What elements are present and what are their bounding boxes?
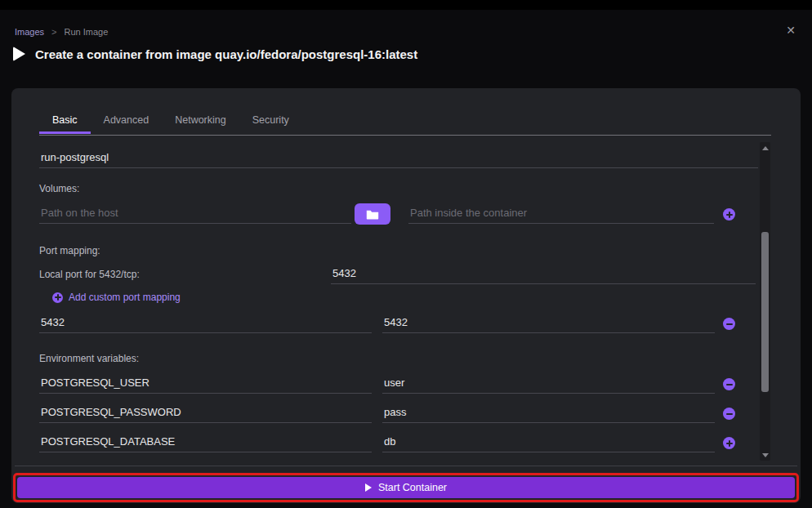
footer-divider [15,466,797,466]
env-name-input[interactable] [39,431,372,452]
port-mapping-label: Port mapping: [39,245,100,256]
close-icon[interactable]: ✕ [786,25,796,36]
scroll-up-icon[interactable] [760,142,770,154]
env-value-input[interactable] [382,402,715,423]
tab-basic[interactable]: Basic [39,111,91,134]
breadcrumb-separator: > [51,27,56,37]
remove-env-row-icon[interactable] [723,378,735,390]
add-env-row-icon[interactable] [723,437,735,449]
run-image-form-panel: Basic Advanced Networking Security Volum… [11,88,801,503]
play-icon [365,483,372,492]
page-title: Create a container from image quay.io/fe… [35,47,417,61]
play-icon [13,47,25,61]
environment-variables-label: Environment variables: [39,353,139,364]
local-port-label: Local port for 5432/tcp: [39,269,140,280]
tab-networking[interactable]: Networking [162,111,239,134]
env-name-input[interactable] [39,372,372,394]
start-container-label: Start Container [378,482,447,493]
folder-icon [366,209,379,220]
breadcrumb: Images > Run Image [15,27,108,37]
page-header: Create a container from image quay.io/fe… [13,47,417,61]
tab-advanced[interactable]: Advanced [91,111,163,134]
add-volume-icon[interactable] [723,208,735,221]
plus-circle-icon [52,292,63,303]
start-container-button[interactable]: Start Container [17,477,795,498]
add-custom-port-mapping-button[interactable]: Add custom port mapping [52,292,181,303]
tab-security[interactable]: Security [239,111,302,134]
local-port-input[interactable] [331,263,756,284]
volume-container-path-input[interactable] [408,203,714,224]
breadcrumb-images-link[interactable]: Images [15,27,44,37]
annotation-highlight-box: Start Container [13,473,799,502]
window-titlebar [0,0,812,10]
env-value-input[interactable] [382,431,715,452]
breadcrumb-current: Run Image [65,27,109,37]
env-name-input[interactable] [39,402,372,423]
add-custom-port-mapping-label: Add custom port mapping [69,292,181,303]
scrollbar[interactable] [760,142,770,461]
remove-env-row-icon[interactable] [723,408,735,420]
volumes-label: Volumes: [39,183,79,194]
tab-bar-divider [39,135,771,136]
volume-host-path-input[interactable] [39,203,351,224]
env-value-input[interactable] [382,372,715,394]
scroll-down-icon[interactable] [760,449,770,461]
tab-bar: Basic Advanced Networking Security [39,111,302,134]
browse-folder-button[interactable] [355,203,390,225]
scrollbar-thumb[interactable] [761,232,769,392]
custom-port-host-input[interactable] [39,312,372,333]
container-name-input[interactable] [39,147,758,168]
custom-port-container-input[interactable] [382,312,715,333]
remove-port-mapping-icon[interactable] [723,318,735,330]
